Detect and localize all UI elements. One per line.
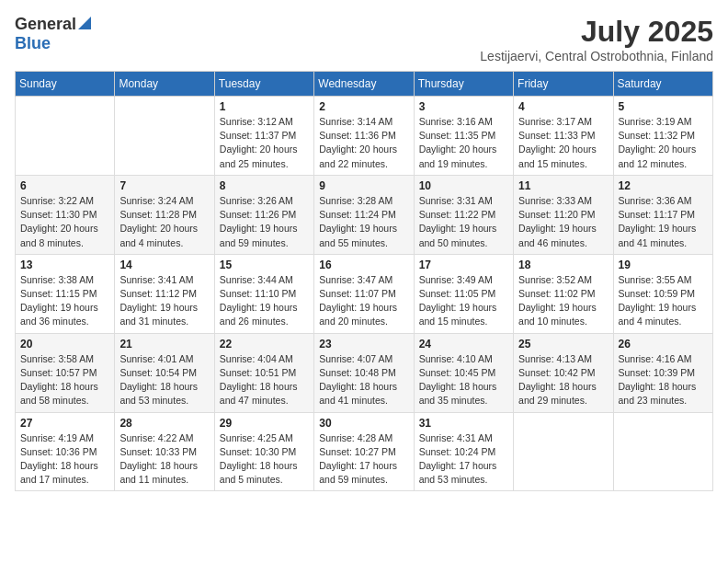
weekday-header-thursday: Thursday [414,72,513,97]
day-info: Sunrise: 4:07 AMSunset: 10:48 PMDaylight… [319,352,408,408]
calendar-cell: 10Sunrise: 3:31 AMSunset: 11:22 PMDaylig… [414,175,513,254]
day-number: 12 [619,179,708,192]
day-number: 8 [220,179,309,192]
day-number: 9 [319,179,408,192]
calendar-cell: 12Sunrise: 3:36 AMSunset: 11:17 PMDaylig… [613,175,712,254]
logo-general: General [15,15,76,34]
day-info: Sunrise: 3:58 AMSunset: 10:57 PMDaylight… [20,352,109,408]
day-info: Sunrise: 3:26 AMSunset: 11:26 PMDaylight… [220,194,309,250]
day-info: Sunrise: 3:36 AMSunset: 11:17 PMDaylight… [619,194,708,250]
calendar-cell: 1Sunrise: 3:12 AMSunset: 11:37 PMDayligh… [214,97,313,176]
calendar-cell: 6Sunrise: 3:22 AMSunset: 11:30 PMDayligh… [16,175,115,254]
calendar-cell: 7Sunrise: 3:24 AMSunset: 11:28 PMDayligh… [115,175,214,254]
calendar-cell: 19Sunrise: 3:55 AMSunset: 10:59 PMDaylig… [613,254,712,333]
calendar-cell: 9Sunrise: 3:28 AMSunset: 11:24 PMDayligh… [314,175,414,254]
day-info: Sunrise: 3:38 AMSunset: 11:15 PMDaylight… [20,273,109,329]
title-section: July 2025 Lestijaervi, Central Ostroboth… [480,15,713,63]
calendar-cell: 21Sunrise: 4:01 AMSunset: 10:54 PMDaylig… [115,333,214,412]
calendar-cell: 25Sunrise: 4:13 AMSunset: 10:42 PMDaylig… [514,333,613,412]
day-number: 30 [319,417,408,430]
day-number: 16 [319,259,408,271]
calendar-cell: 14Sunrise: 3:41 AMSunset: 11:12 PMDaylig… [115,254,214,333]
calendar-cell: 20Sunrise: 3:58 AMSunset: 10:57 PMDaylig… [16,333,115,412]
day-info: Sunrise: 3:14 AMSunset: 11:36 PMDaylight… [319,115,408,171]
calendar-cell [514,412,613,491]
day-info: Sunrise: 3:49 AMSunset: 11:05 PMDaylight… [419,273,508,329]
day-number: 3 [419,100,508,113]
day-info: Sunrise: 4:22 AMSunset: 10:33 PMDaylight… [119,431,209,488]
day-number: 13 [20,259,109,271]
calendar-header: SundayMondayTuesdayWednesdayThursdayFrid… [16,72,713,97]
day-number: 11 [518,179,608,192]
weekday-header-sunday: Sunday [16,72,115,97]
calendar-cell [16,97,115,176]
day-number: 6 [20,179,109,192]
month-title: July 2025 [480,15,713,49]
day-number: 26 [619,338,708,350]
day-info: Sunrise: 3:33 AMSunset: 11:20 PMDaylight… [518,194,608,250]
day-number: 17 [419,259,508,271]
day-info: Sunrise: 3:47 AMSunset: 11:07 PMDaylight… [319,273,408,329]
page-header: General Blue July 2025 Lestijaervi, Cent… [15,15,713,63]
day-info: Sunrise: 3:12 AMSunset: 11:37 PMDaylight… [220,115,309,171]
day-info: Sunrise: 4:16 AMSunset: 10:39 PMDaylight… [619,352,708,408]
day-info: Sunrise: 3:41 AMSunset: 11:12 PMDaylight… [119,273,209,329]
calendar-body: 1Sunrise: 3:12 AMSunset: 11:37 PMDayligh… [16,97,713,491]
day-info: Sunrise: 4:19 AMSunset: 10:36 PMDaylight… [20,431,109,488]
day-number: 15 [220,259,309,271]
day-number: 31 [419,417,508,430]
weekday-header-tuesday: Tuesday [214,72,313,97]
day-number: 7 [119,179,209,192]
calendar-week-row: 27Sunrise: 4:19 AMSunset: 10:36 PMDaylig… [16,412,713,491]
day-number: 23 [319,338,408,350]
day-info: Sunrise: 3:55 AMSunset: 10:59 PMDaylight… [619,273,708,329]
calendar-cell: 27Sunrise: 4:19 AMSunset: 10:36 PMDaylig… [16,412,115,491]
day-info: Sunrise: 4:04 AMSunset: 10:51 PMDaylight… [220,352,309,408]
day-number: 21 [119,338,209,350]
day-info: Sunrise: 4:28 AMSunset: 10:27 PMDaylight… [319,431,408,488]
day-info: Sunrise: 3:28 AMSunset: 11:24 PMDaylight… [319,194,408,250]
calendar-cell: 5Sunrise: 3:19 AMSunset: 11:32 PMDayligh… [613,97,712,176]
logo-blue: Blue [15,34,51,53]
day-info: Sunrise: 3:31 AMSunset: 11:22 PMDaylight… [419,194,508,250]
location-subtitle: Lestijaervi, Central Ostrobothnia, Finla… [480,49,713,63]
day-number: 27 [20,417,109,430]
calendar-cell: 16Sunrise: 3:47 AMSunset: 11:07 PMDaylig… [314,254,414,333]
day-info: Sunrise: 4:01 AMSunset: 10:54 PMDaylight… [119,352,209,408]
day-info: Sunrise: 3:22 AMSunset: 11:30 PMDaylight… [20,194,109,250]
calendar-cell: 18Sunrise: 3:52 AMSunset: 11:02 PMDaylig… [514,254,613,333]
day-number: 20 [20,338,109,350]
day-info: Sunrise: 3:52 AMSunset: 11:02 PMDaylight… [518,273,608,329]
day-number: 14 [119,259,209,271]
calendar-cell: 11Sunrise: 3:33 AMSunset: 11:20 PMDaylig… [514,175,613,254]
logo: General Blue [15,15,91,53]
day-number: 24 [419,338,508,350]
day-info: Sunrise: 3:44 AMSunset: 11:10 PMDaylight… [220,273,309,329]
calendar-cell [613,412,712,491]
calendar-cell: 13Sunrise: 3:38 AMSunset: 11:15 PMDaylig… [16,254,115,333]
calendar-cell: 2Sunrise: 3:14 AMSunset: 11:36 PMDayligh… [314,97,414,176]
calendar-cell: 24Sunrise: 4:10 AMSunset: 10:45 PMDaylig… [414,333,513,412]
calendar-cell: 29Sunrise: 4:25 AMSunset: 10:30 PMDaylig… [214,412,313,491]
calendar-cell: 26Sunrise: 4:16 AMSunset: 10:39 PMDaylig… [613,333,712,412]
day-info: Sunrise: 3:16 AMSunset: 11:35 PMDaylight… [419,115,508,171]
weekday-header-wednesday: Wednesday [314,72,414,97]
day-number: 25 [518,338,608,350]
day-number: 28 [119,417,209,430]
calendar-table: SundayMondayTuesdayWednesdayThursdayFrid… [15,71,713,491]
calendar-cell [115,97,214,176]
day-number: 29 [220,417,309,430]
day-number: 5 [619,100,708,113]
calendar-week-row: 20Sunrise: 3:58 AMSunset: 10:57 PMDaylig… [16,333,713,412]
weekday-header-monday: Monday [115,72,214,97]
day-info: Sunrise: 4:13 AMSunset: 10:42 PMDaylight… [518,352,608,408]
day-number: 4 [518,100,608,113]
day-number: 10 [419,179,508,192]
day-info: Sunrise: 4:25 AMSunset: 10:30 PMDaylight… [220,431,309,488]
calendar-week-row: 13Sunrise: 3:38 AMSunset: 11:15 PMDaylig… [16,254,713,333]
weekday-header-saturday: Saturday [613,72,712,97]
day-number: 19 [619,259,708,271]
calendar-cell: 30Sunrise: 4:28 AMSunset: 10:27 PMDaylig… [314,412,414,491]
day-number: 22 [220,338,309,350]
svg-marker-0 [78,17,91,29]
